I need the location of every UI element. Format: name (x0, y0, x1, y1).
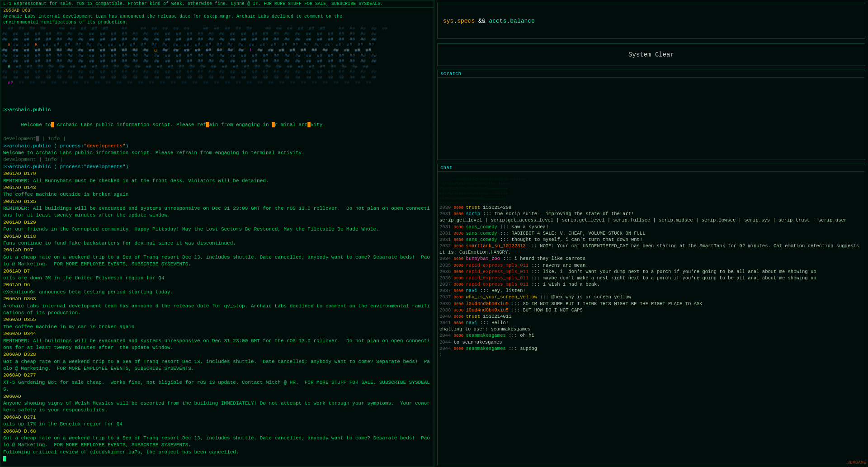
right-panel: sys.specs && accts.balance System Clear … (434, 0, 868, 467)
chat-line-6: 2032 0000 smarttank_sn_10122313 ::: NOTE… (439, 243, 863, 255)
chat-line-22: : (439, 352, 863, 358)
chat-line-15: 2038 0000 l0ud4nd0bn0xiu5 ::: BUT HOW DO… (439, 307, 863, 313)
term-line-l34: 2060AD D.68 (3, 428, 431, 435)
term-line-l23: The coffee machine in my car is broken a… (3, 324, 431, 330)
chat-line-3: 2031 0000 sans_comedy ::: saw a sysdeal (439, 224, 863, 230)
term-line-l5: REMINDER: All Bunnybats must be checked … (3, 178, 431, 184)
term-line-l24: 2060AD D344 (3, 330, 431, 337)
term-line-l32: 2060AD D271 (3, 414, 431, 421)
system-clear-button[interactable]: System Clear (437, 43, 865, 66)
term-line-l7: The coffee machine outside is broken aga… (3, 191, 431, 198)
term-line-l20: 2060AD D363 (3, 296, 431, 302)
scratch-panel: scratch (437, 70, 865, 160)
term-line-l1: Welcome to Archaic Labs public informati… (3, 150, 431, 156)
chat-noise-block: -=%#%###%#%##%###%#%##%==+=+== -%#%###%#… (438, 172, 865, 203)
term-line-welcome: Welcome to█ Archaic Labs public informat… (3, 115, 431, 136)
chat-content[interactable]: 2030 0000 trust 15302142092031 0000 scri… (438, 203, 865, 465)
command-area[interactable]: sys.specs && accts.balance (437, 3, 865, 39)
term-line-l29: XT-5 Gardening Bot for sale cheap. Works… (3, 379, 431, 393)
command-display: sys.specs && accts.balance (443, 18, 535, 24)
term-line-l30: 2060AD (3, 393, 431, 400)
chat-line-10: 2036 0000 rapid_express_mpls_011 ::: may… (439, 275, 863, 281)
chat-line-21: 2044 0000 seanmakesgames ::: supdog (439, 345, 863, 352)
intro-msg2: environmental ramifications of its produ… (0, 19, 434, 25)
term-line-l27: Got a cheap rate on a weekend trip to a … (3, 359, 431, 373)
chat-line-19: 2044 0000 seanmakesgames ::: oh hi (439, 332, 863, 339)
chat-line-14: 2039 0000 l0ud4nd0bn0xiu5 ::: SO IM NOT … (439, 301, 863, 307)
term-lines-container: Welcome to Archaic Labs public informati… (3, 150, 431, 463)
intro-msg1: Archaic Labs internal development team h… (0, 14, 434, 19)
chat-header: chat (438, 164, 865, 172)
term-line-dev: development█ | info | (3, 136, 431, 142)
ticker-line: L-1 Espressonaut for sale. rOS 13 compat… (0, 0, 434, 8)
term-line-l2: development | info | (3, 156, 431, 163)
term-line-l4: 2061AD D179 (3, 170, 431, 177)
term-line-l13: Fans continue to fund fake backstarters … (3, 240, 431, 247)
term-line-l14: 2061AD D97 (3, 247, 431, 254)
term-line-l15: Got a cheap rate on a weekend trip to a … (3, 254, 431, 268)
chat-line-7: 2034 0000 bunnybat_zoo ::: i heard they … (439, 255, 863, 262)
term-line-l33: oils up 17% in the Benelux region for Q4 (3, 421, 431, 428)
ascii-banner: ## ## ## ## ## ## ## ## ## ## ## ## ## #… (0, 25, 434, 107)
term-line-l6: 2061AD D143 (3, 184, 431, 191)
chat-line-8: 2035 0000 rapid_express_mpls_011 ::: rav… (439, 262, 863, 269)
prompt-line[interactable]: >>archaic.public (0, 107, 434, 113)
main-terminal: L-1 Espressonaut for sale. rOS 13 compat… (0, 0, 434, 467)
chat-line-5: 2031 0000 sans_comedy ::: thought to mys… (439, 236, 863, 243)
chat-line-11: 2037 0000 rapid_express_mpls_011 ::: i w… (439, 281, 863, 288)
chat-line-16: 2040 0000 trust 1530214011 (439, 313, 863, 320)
chat-line-1: 2031 0000 scrip ::: the scrip suite - im… (439, 211, 863, 217)
term-line-l21: Archaic Labs internal development team h… (3, 303, 431, 317)
term-line-l9: REMINDER: All buildings will be evacuate… (3, 205, 431, 219)
chat-line-12: 2037 0000 navi ::: Hey, listen! (439, 288, 863, 294)
chat-line-0: 2030 0000 trust 1530214209 (439, 204, 863, 211)
scratch-header: scratch (438, 70, 865, 78)
term-line-l28: 2060AD D277 (3, 372, 431, 379)
term-line-l12: 2061AD D118 (3, 233, 431, 240)
term-line-l16: 2061AD D7 (3, 268, 431, 275)
chat-line-20: 2044 to seanmakesgames (439, 339, 863, 345)
term-line-l35: Got a cheap rate on a weekend trip to a … (3, 435, 431, 449)
term-line-l25: REMINDER: All buildings will be evacuate… (3, 338, 431, 352)
chat-line-18: chatting to user: seanmakesgames (439, 326, 863, 332)
term-line-prompt: >>archaic.public ( process:"developments… (3, 143, 431, 150)
term-line-l26: 2060AD D328 (3, 351, 431, 358)
chat-line-2: scrip.get_level | scrip.get_access_level… (439, 217, 863, 223)
chat-line-17: 2041 0000 navi ::: Hello! (439, 320, 863, 326)
ticker-text: L-1 Espressonaut for sale. rOS 13 compat… (3, 1, 383, 6)
term-line-l8: 2061AD D135 (3, 198, 431, 205)
term-line-l18: 2061AD D6 (3, 282, 431, 288)
term-line-l37: █ (3, 456, 431, 462)
term-line-l31: Anyone showing signs of Welsh Measles wi… (3, 400, 431, 414)
chat-panel: chat -=%#%###%#%##%###%#%##%==+=+== -%#%… (437, 164, 865, 465)
chat-line-4: 2031 0000 sans_comedy ::: RADIOBOT 4 SAL… (439, 230, 863, 236)
term-line-l19: eXecution0r announces beta testing perio… (3, 289, 431, 296)
date-line: 2056AD D63 (0, 8, 434, 14)
chat-messages-container: 2030 0000 trust 15302142092031 0000 scri… (439, 204, 863, 358)
terminal-output[interactable]: Welcome to█ Archaic Labs public informat… (0, 113, 434, 467)
scratch-content[interactable] (438, 78, 865, 160)
term-line-l3: >>archaic.public ( process:"developments… (3, 164, 431, 170)
chat-line-13: 2037 0000 why_is_your_screen_yellow ::: … (439, 294, 863, 300)
watermark: 3DMGAME (847, 460, 866, 465)
term-line-l22: 2060AD D355 (3, 316, 431, 323)
term-line-l17: oils are down 3% in the United Polynesia… (3, 275, 431, 282)
term-line-l11: For our friends in the Corrupted communi… (3, 226, 431, 233)
chat-line-9: 2036 0000 rapid_express_mpls_011 ::: lik… (439, 269, 863, 275)
term-line-l10: 2061AD D129 (3, 219, 431, 226)
prompt-text: >>archaic.public (3, 107, 51, 113)
term-line-l36: Following critical review of cloudskimme… (3, 449, 431, 456)
